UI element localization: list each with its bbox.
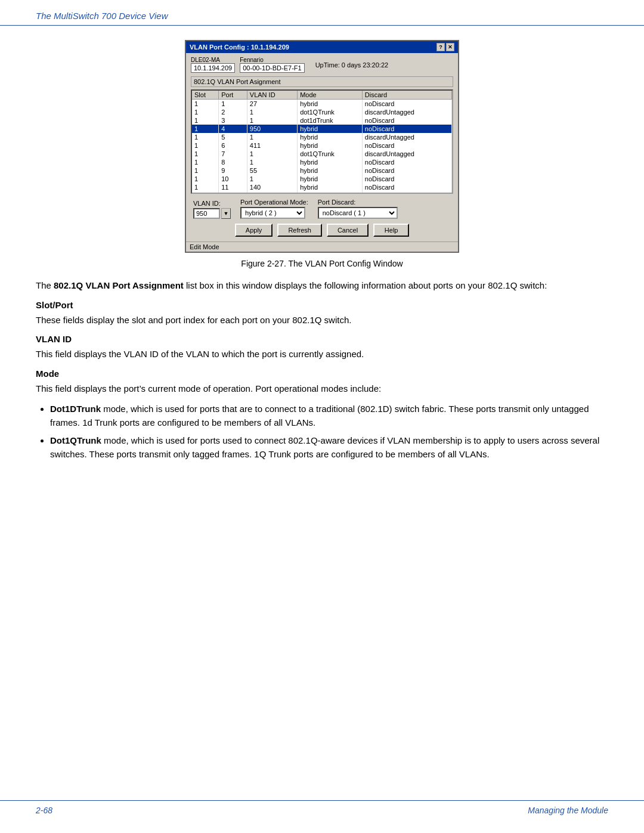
table-row[interactable]: 14950hybridnoDiscard: [192, 125, 452, 133]
cell-vlan_id: 27: [247, 100, 297, 109]
info-row: DLE02-MA 10.1.194.209 Fennario 00-00-1D-…: [191, 57, 453, 73]
cell-slot: 1: [192, 158, 219, 166]
help-icon-btn[interactable]: ?: [436, 43, 445, 51]
cell-vlan_id: 140: [247, 183, 297, 191]
table-row[interactable]: 1101hybridnoDiscard: [192, 175, 452, 183]
cell-discard: noDiscard: [362, 191, 451, 194]
cell-mode: dot1dTrunk: [298, 116, 363, 125]
col-mode: Mode: [298, 91, 363, 100]
cell-slot: 1: [192, 166, 219, 175]
bullet2-text: mode, which is used for ports used to co…: [50, 435, 599, 459]
cell-slot: 1: [192, 108, 219, 116]
cell-slot: 1: [192, 183, 219, 191]
cell-vlan_id: 950: [247, 125, 297, 133]
cell-port: 4: [219, 125, 247, 133]
bullet1-text: mode, which is used for ports that are t…: [50, 404, 589, 428]
cell-discard: noDiscard: [362, 183, 451, 191]
cell-discard: noDiscard: [362, 175, 451, 183]
bullet-item-2: Dot1QTrunk mode, which is used for ports…: [50, 434, 608, 461]
cell-mode: hybrid: [298, 158, 363, 166]
table-row[interactable]: 181hybridnoDiscard: [192, 158, 452, 166]
cell-mode: hybrid: [298, 191, 363, 194]
cell-discard: noDiscard: [362, 100, 451, 109]
section-label: 802.1Q VLAN Port Asignment: [191, 76, 453, 87]
cell-port: 1: [219, 100, 247, 109]
cell-slot: 1: [192, 150, 219, 158]
cancel-button[interactable]: Cancel: [327, 224, 369, 237]
vlan-id-input[interactable]: [193, 208, 220, 219]
titlebar-buttons: ? ✕: [436, 43, 454, 51]
table-row[interactable]: 1121hybridnoDiscard: [192, 191, 452, 194]
cell-discard: noDiscard: [362, 141, 451, 150]
dialog-titlebar: VLAN Port Config : 10.1.194.209 ? ✕: [186, 41, 458, 53]
close-icon-btn[interactable]: ✕: [446, 43, 454, 51]
cell-vlan_id: 1: [247, 108, 297, 116]
col-port: Port: [219, 91, 247, 100]
cell-mode: hybrid: [298, 125, 363, 133]
port-mode-select[interactable]: hybrid ( 2 ) dot1QTrunk ( 3 ) dot1dTrunk…: [240, 207, 305, 219]
vlan-id-dropdown[interactable]: ▼: [221, 208, 231, 219]
cell-mode: hybrid: [298, 133, 363, 141]
port-discard-label: Port Discard:: [318, 199, 398, 206]
device-mac-value: 00-00-1D-BD-E7-F1: [240, 63, 304, 73]
cell-slot: 1: [192, 100, 219, 109]
table-row[interactable]: 1127hybridnoDiscard: [192, 100, 452, 109]
cell-vlan_id: 1: [247, 175, 297, 183]
controls-row: VLAN ID: ▼ Port Operational Mode: hybrid…: [191, 199, 453, 219]
port-discard-select[interactable]: noDiscard ( 1 ) discardUntagged ( 2 ) di…: [318, 207, 398, 219]
cell-vlan_id: 55: [247, 166, 297, 175]
cell-vlan_id: 411: [247, 141, 297, 150]
vlan-table-body: 1127hybridnoDiscard121dot1QTrunkdiscardU…: [192, 100, 452, 194]
slot-port-text: These fields display the slot and port i…: [36, 314, 608, 327]
mode-heading: Mode: [36, 368, 608, 379]
cell-port: 6: [219, 141, 247, 150]
table-row[interactable]: 131dot1dTrunknoDiscard: [192, 116, 452, 125]
cell-port: 3: [219, 116, 247, 125]
edit-mode-text: Edit Mode: [190, 243, 219, 250]
vlan-id-label: VLAN ID:: [193, 200, 231, 207]
cell-mode: hybrid: [298, 100, 363, 109]
table-row[interactable]: 171dot1QTrunkdiscardUntagged: [192, 150, 452, 158]
cell-port: 9: [219, 166, 247, 175]
cell-discard: noDiscard: [362, 158, 451, 166]
port-mode-label: Port Operational Mode:: [240, 199, 308, 206]
cell-vlan_id: 1: [247, 158, 297, 166]
figure-caption: Figure 2-27. The VLAN Port Config Window: [36, 259, 608, 268]
cell-port: 10: [219, 175, 247, 183]
mode-bullet-list: Dot1DTrunk mode, which is used for ports…: [50, 402, 608, 461]
device-name-label: DLE02-MA: [191, 57, 235, 63]
table-row[interactable]: 1955hybridnoDiscard: [192, 166, 452, 175]
cell-slot: 1: [192, 175, 219, 183]
table-row[interactable]: 16411hybridnoDiscard: [192, 141, 452, 150]
dialog-body: DLE02-MA 10.1.194.209 Fennario 00-00-1D-…: [186, 53, 458, 241]
bullet2-bold: Dot1QTrunk: [50, 435, 101, 445]
table-row[interactable]: 121dot1QTrunkdiscardUntagged: [192, 108, 452, 116]
device-label-text: Fennario: [240, 57, 304, 63]
intro-bold: 802.1Q VLAN Port Assignment: [54, 280, 184, 290]
vlan-table-container[interactable]: Slot Port VLAN ID Mode Discard 1127hybri…: [191, 89, 453, 194]
device-ip-value: 10.1.194.209: [191, 63, 235, 73]
port-mode-group: Port Operational Mode: hybrid ( 2 ) dot1…: [240, 199, 308, 219]
device-label-cell: Fennario 00-00-1D-BD-E7-F1: [240, 57, 304, 73]
table-row[interactable]: 111140hybridnoDiscard: [192, 183, 452, 191]
apply-button[interactable]: Apply: [235, 224, 273, 237]
bullet-item-1: Dot1DTrunk mode, which is used for ports…: [50, 402, 608, 429]
cell-port: 8: [219, 158, 247, 166]
cell-mode: dot1QTrunk: [298, 150, 363, 158]
cell-slot: 1: [192, 191, 219, 194]
intro-rest: list box in this window displays the fol…: [186, 280, 547, 290]
help-button[interactable]: Help: [373, 224, 409, 237]
table-row[interactable]: 151hybriddiscardUntagged: [192, 133, 452, 141]
cell-discard: noDiscard: [362, 166, 451, 175]
uptime-text: UpTime: 0 days 23:20:22: [315, 61, 389, 69]
port-discard-input-row: noDiscard ( 1 ) discardUntagged ( 2 ) di…: [318, 207, 398, 219]
cell-slot: 1: [192, 116, 219, 125]
footer-right: Managing the Module: [528, 806, 608, 815]
dialog-title: VLAN Port Config : 10.1.194.209: [190, 44, 289, 51]
port-mode-input-row: hybrid ( 2 ) dot1QTrunk ( 3 ) dot1dTrunk…: [240, 207, 308, 219]
cell-port: 2: [219, 108, 247, 116]
cell-vlan_id: 1: [247, 150, 297, 158]
refresh-button[interactable]: Refresh: [277, 224, 322, 237]
page-footer: 2-68 Managing the Module: [0, 800, 644, 815]
cell-discard: discardUntagged: [362, 150, 451, 158]
